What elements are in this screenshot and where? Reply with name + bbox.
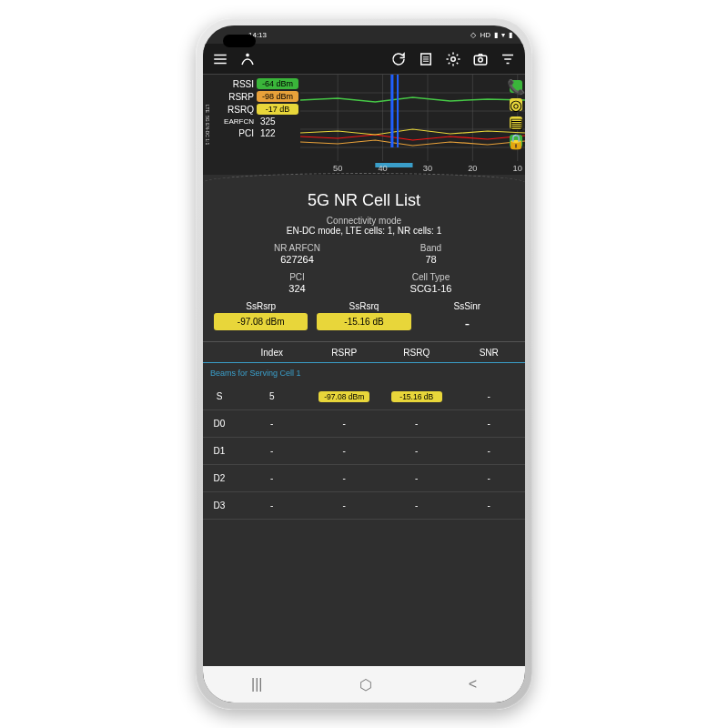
list-icon[interactable] — [414, 47, 438, 71]
band-label: Band — [364, 243, 498, 253]
svg-text:30: 30 — [423, 164, 432, 173]
camera-notch — [223, 35, 256, 47]
table-row[interactable]: D1---- — [203, 438, 525, 465]
table-row[interactable]: D2---- — [203, 465, 525, 492]
refresh-icon[interactable] — [387, 47, 410, 71]
signal-icon: ▮ — [494, 31, 498, 39]
connectivity-value: EN-DC mode, LTE cells: 1, NR cells: 1 — [203, 226, 525, 236]
celltype-label: Cell Type — [364, 272, 498, 282]
wifi-icon: ▾ — [501, 31, 505, 39]
menu-icon[interactable] — [208, 47, 232, 71]
arfcn-value: 627264 — [230, 254, 364, 265]
main-content: LTE 5G EN-DC 1:1 RSSI -64 dBm RSRP -98 d… — [203, 75, 525, 666]
rssi-label: RSSI — [221, 79, 254, 89]
table-row[interactable]: D0---- — [203, 410, 525, 438]
earfcn-label: EARFCN — [221, 117, 254, 126]
chart-sidetag: LTE 5G EN-DC 1:1 — [203, 75, 211, 175]
svg-point-2 — [451, 56, 456, 61]
app-toolbar — [203, 44, 525, 75]
rsrq-value: -17 dB — [257, 104, 298, 115]
nr-pci-label: PCI — [230, 272, 364, 282]
pci-label: PCI — [221, 128, 254, 138]
app-logo-icon[interactable] — [236, 47, 259, 71]
svg-rect-3 — [474, 56, 487, 65]
camera-icon[interactable] — [469, 47, 492, 71]
svg-point-0 — [247, 54, 249, 56]
earfcn-value: 325 — [257, 116, 298, 126]
svg-text:20: 20 — [468, 164, 477, 173]
svg-text:50: 50 — [333, 164, 342, 173]
settings-icon[interactable] — [441, 47, 465, 71]
celltype-value: SCG1-16 — [364, 283, 498, 294]
sssinr-label: SsSinr — [420, 301, 514, 311]
rsrp-label: RSRP — [221, 92, 254, 102]
chart-phone-icon[interactable]: 📞 — [510, 80, 522, 93]
pci-value: 122 — [257, 128, 298, 138]
chart-svg: 50 40 30 20 10 — [300, 75, 525, 175]
beams-label: Beams for Serving Cell 1 — [203, 363, 525, 383]
ssrsrp-value: -97.08 dBm — [214, 313, 308, 330]
android-navbar: ||| ⬡ < — [203, 666, 525, 703]
ssrsrp-label: SsRsrp — [214, 301, 308, 311]
section-title: 5G NR Cell List — [203, 191, 525, 210]
rssi-value: -64 dBm — [257, 78, 298, 89]
sort-icon[interactable] — [496, 47, 520, 71]
table-row[interactable]: S5-97.08 dBm-15.16 dB- — [203, 383, 525, 410]
sssinr-value: - — [420, 313, 514, 332]
ssrsrq-label: SsRsrq — [317, 301, 410, 311]
connectivity-label: Connectivity mode — [203, 216, 525, 226]
divider — [203, 175, 525, 189]
band-value: 78 — [364, 254, 498, 265]
arfcn-label: NR ARFCN — [230, 243, 364, 253]
rsrq-label: RSRQ — [221, 105, 254, 115]
chart-note-icon[interactable]: ▤ — [510, 116, 522, 129]
svg-text:40: 40 — [378, 164, 387, 173]
home-button[interactable]: ⬡ — [359, 676, 372, 693]
svg-point-4 — [479, 57, 483, 62]
table-row[interactable]: D3---- — [203, 492, 525, 520]
battery-icon: ▮ — [509, 31, 512, 39]
recents-button[interactable]: ||| — [251, 676, 262, 693]
location-icon: ◇ — [470, 31, 476, 39]
rsrp-value: -98 dBm — [257, 91, 298, 102]
nr-pci-value: 324 — [230, 283, 364, 294]
signal-chart: LTE 5G EN-DC 1:1 RSSI -64 dBm RSRP -98 d… — [203, 75, 525, 175]
svg-text:10: 10 — [513, 164, 522, 173]
hd-indicator: HD — [480, 31, 490, 39]
ssrsrq-value: -15.16 dB — [317, 313, 410, 330]
chart-lock-icon[interactable]: 🔒 — [510, 135, 522, 147]
back-button[interactable]: < — [469, 676, 477, 693]
table-header: Index RSRP RSRQ SNR — [203, 341, 525, 363]
chart-target-icon[interactable]: ◎ — [510, 98, 522, 111]
